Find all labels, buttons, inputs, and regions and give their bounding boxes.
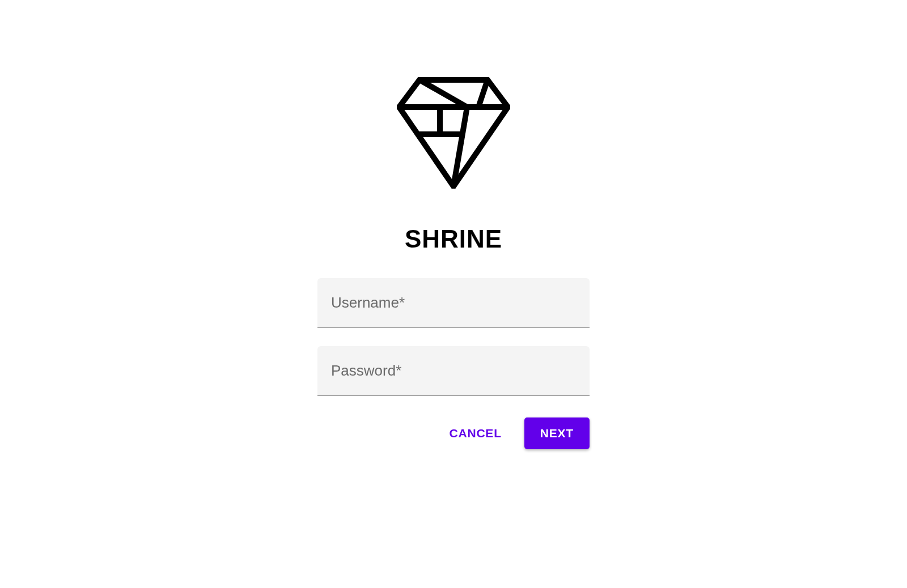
password-field-wrap[interactable] (317, 346, 590, 396)
logo (396, 74, 512, 190)
svg-line-3 (478, 80, 488, 107)
cancel-button[interactable]: CANCEL (443, 419, 507, 448)
password-field[interactable] (331, 362, 576, 380)
action-bar: CANCEL NEXT (317, 417, 590, 449)
diamond-icon (397, 75, 510, 189)
username-field-wrap[interactable] (317, 278, 590, 328)
username-field[interactable] (331, 294, 576, 312)
next-button[interactable]: NEXT (524, 417, 590, 449)
svg-line-2 (419, 80, 467, 107)
app-title: SHRINE (405, 225, 502, 253)
login-form: SHRINE CANCEL NEXT (317, 74, 590, 449)
